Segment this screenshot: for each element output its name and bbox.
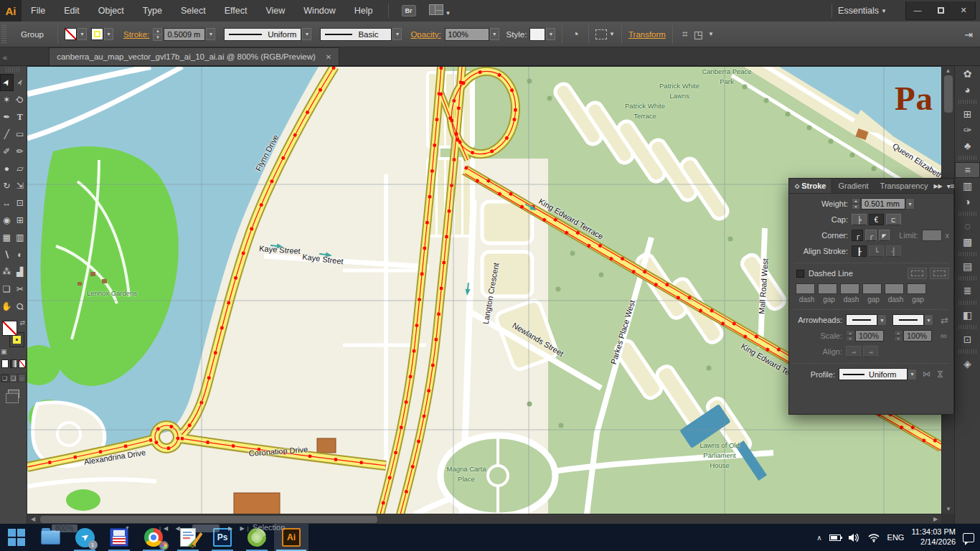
drag-grip[interactable] [958, 301, 976, 305]
gradient-mode-button[interactable] [10, 359, 17, 368]
shape-builder-tool[interactable]: ◉ [0, 212, 14, 229]
menu-help[interactable]: Help [345, 0, 382, 22]
transform-panel-icon[interactable]: ⊡ [955, 331, 980, 347]
artboards-panel-icon[interactable]: ▤ [955, 258, 980, 274]
pathfinder-panel-icon[interactable]: ◧ [955, 307, 980, 323]
brush-definition-select[interactable]: Basic [320, 28, 392, 41]
draw-inside-button[interactable]: ◌ [18, 374, 26, 382]
symbols-panel-icon[interactable]: ♣ [955, 138, 980, 154]
stroke-weight-stepper[interactable]: ▲▼ [153, 28, 162, 41]
fill-swatch[interactable] [2, 321, 17, 336]
drag-grip[interactable] [958, 156, 976, 160]
brushes-panel-icon[interactable]: ✑ [955, 122, 980, 138]
color-panel-icon[interactable]: ✿ [955, 66, 980, 82]
selection-tool[interactable]: ➤ [0, 74, 14, 91]
cap-round-button[interactable]: € [869, 214, 884, 225]
scroll-up-icon[interactable]: ▲ [943, 67, 954, 74]
bridge-button[interactable]: Br [402, 5, 416, 17]
weight-stepper[interactable]: ▲▼ [852, 198, 860, 209]
transform-link[interactable]: Transform [628, 30, 666, 39]
horizontal-scrollbar[interactable]: ◀ ▶ [27, 514, 941, 524]
default-fill-stroke-icon[interactable]: ▣ [1, 348, 7, 355]
scale-end-stepper[interactable]: ▲▼ [894, 330, 903, 342]
stepper-up-icon[interactable]: ▲ [153, 28, 162, 34]
arrange-documents-button[interactable]: ▼ [429, 4, 451, 17]
stroke-color-button[interactable]: ▼ [91, 28, 113, 40]
eyedropper-tool[interactable]: ∖ [0, 246, 14, 263]
graphic-styles-panel-icon[interactable]: ▩ [955, 234, 980, 250]
chevron-down-icon[interactable]: ▼ [546, 28, 555, 40]
opacity-field[interactable]: 100% [445, 28, 489, 41]
drag-grip[interactable] [958, 276, 976, 281]
draw-behind-button[interactable]: ❏ [9, 374, 17, 382]
eraser-tool[interactable]: ▱ [14, 160, 27, 177]
align-stroke-outside-button[interactable]: ┨ [886, 245, 901, 257]
tab-scroll-left-icon[interactable]: « [3, 53, 7, 62]
chevron-down-icon[interactable]: ▼ [908, 369, 917, 380]
corner-bevel-button[interactable]: ◤ [879, 230, 890, 241]
pen-tool[interactable]: ✒ [0, 108, 14, 126]
drag-grip[interactable] [958, 212, 976, 216]
taskbar-chrome[interactable] [136, 524, 171, 551]
maximize-button[interactable] [929, 1, 952, 19]
dashed-line-checkbox[interactable] [796, 270, 804, 278]
color-mode-button[interactable] [1, 359, 9, 368]
fill-color-button[interactable]: ▼ [65, 28, 87, 40]
profile-select[interactable]: Uniform [839, 368, 908, 380]
horizontal-scroll-thumb[interactable] [40, 516, 377, 523]
document-tab[interactable]: canberra_au_map_vector_gvl17b_ai_10_ai.a… [49, 47, 339, 65]
start-button[interactable] [0, 524, 33, 551]
cap-butt-button[interactable]: ╞ [852, 214, 867, 225]
align-art-icon[interactable]: ⌗ [682, 28, 688, 40]
align-panel-icon[interactable]: ≣ [955, 283, 980, 298]
dash-preset-1-button[interactable] [908, 268, 927, 279]
menu-effect[interactable]: Effect [215, 0, 257, 22]
scroll-right-icon[interactable]: ▶ [930, 516, 941, 522]
dash-field-1[interactable] [796, 283, 815, 294]
drag-grip[interactable] [1, 25, 6, 44]
transparency-panel-icon[interactable]: ◑ [955, 194, 980, 209]
chevron-down-icon[interactable]: ▼ [905, 198, 915, 209]
chevron-down-icon[interactable]: ▼ [392, 28, 402, 40]
flip-across-icon[interactable]: ⋈ [936, 370, 945, 378]
opacity-link[interactable]: Opacity: [410, 30, 440, 39]
wifi-icon[interactable] [867, 533, 880, 542]
menu-view[interactable]: View [256, 0, 294, 22]
style-swatch-button[interactable] [529, 28, 545, 41]
chevron-down-icon[interactable]: ▼ [302, 28, 311, 40]
gap-field-3[interactable] [907, 283, 926, 294]
blend-tool[interactable]: ◐ [14, 246, 27, 263]
stepper-down-icon[interactable]: ▼ [153, 34, 162, 41]
stepper-up-icon[interactable]: ▲ [852, 198, 860, 204]
rotate-tool[interactable]: ↻ [0, 177, 14, 194]
taskbar-illustrator[interactable]: Ai [274, 524, 308, 551]
none-mode-button[interactable] [19, 359, 26, 368]
screen-mode-button[interactable] [8, 390, 19, 398]
limit-field[interactable] [922, 230, 943, 241]
slice-tool[interactable]: ✂ [14, 281, 27, 298]
pencil-tool[interactable]: ✏ [14, 143, 27, 160]
dash-preset-2-button[interactable] [930, 268, 949, 279]
swap-fill-stroke-icon[interactable]: ⇄ [19, 319, 25, 326]
language-indicator[interactable]: ENG [887, 533, 905, 542]
close-tab-icon[interactable]: ✕ [326, 53, 331, 61]
corner-miter-button[interactable]: ┌ [852, 230, 863, 241]
artboard-tool[interactable]: ❏ [0, 281, 14, 298]
action-center-icon[interactable] [963, 533, 974, 542]
scale-end-field[interactable]: 100% [903, 330, 932, 342]
arrowhead-start-select[interactable]: ▼ [846, 314, 887, 326]
flip-along-icon[interactable]: ⋈ [923, 369, 930, 379]
direct-selection-tool[interactable]: ➣ [14, 74, 27, 91]
drag-grip[interactable] [958, 349, 976, 354]
taskbar-photoshop[interactable]: Ps [205, 524, 240, 551]
dash-field-3[interactable] [885, 283, 904, 294]
drag-grip[interactable] [6, 67, 21, 72]
speaker-icon[interactable] [848, 533, 860, 542]
paintbrush-tool[interactable]: ✐ [0, 143, 14, 160]
taskbar-floppy-app[interactable] [102, 524, 136, 551]
draw-normal-button[interactable]: ❏ [1, 374, 9, 382]
column-graph-tool[interactable]: ▟ [14, 263, 27, 281]
taskbar-green-swirl-app[interactable] [240, 524, 274, 551]
menu-window[interactable]: Window [294, 0, 344, 22]
blob-brush-tool[interactable]: ● [0, 160, 14, 177]
